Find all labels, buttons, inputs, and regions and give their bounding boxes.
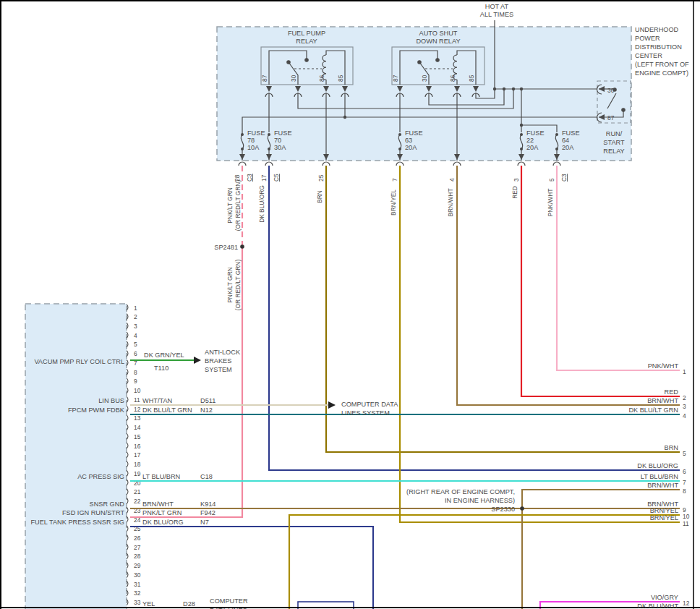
flow-arrow-icon: [194, 357, 201, 364]
edge-wire-number: 12: [683, 600, 690, 607]
fuse-label: 70: [274, 137, 281, 144]
edge-wire-number: 5: [683, 450, 686, 457]
edge-wire-number: 8: [683, 487, 686, 495]
run-start-pin-87: 87: [607, 114, 615, 122]
edge-wire-label: BRN: [665, 444, 678, 451]
circuit-id: N7: [200, 519, 209, 526]
wire-name: BRN: [316, 190, 323, 203]
block-pin-number: 29: [134, 562, 141, 569]
pdc-name: DISTRIBUTION: [635, 43, 682, 51]
edge-wire-number: 7: [683, 479, 686, 486]
wire-color-label: WHT/TAN: [142, 397, 172, 404]
pin-function-label: FSD IGN RUN/STRT: [62, 509, 124, 516]
exit-pin-number: 17: [260, 174, 268, 182]
edge-wire-label: DK BLU/ORG: [637, 462, 678, 469]
block-pin-number: 21: [134, 488, 141, 495]
wiring-diagram-page: 1234567891011121314151617181920212223242…: [0, 0, 700, 609]
run-start-pin-30: 30: [607, 87, 615, 94]
fuse-label: 20A: [526, 144, 539, 151]
fuse-label: FUSE: [247, 129, 265, 137]
run-start-relay-label: RUN/: [606, 130, 623, 137]
relay-pin-number: 30: [421, 74, 428, 82]
block-pin-number: 18: [134, 461, 141, 468]
block-pin-number: 28: [134, 553, 141, 560]
edge-wire-number: 2: [683, 394, 686, 401]
edge-wire-number: 6: [683, 468, 686, 475]
circuit-id: C18: [200, 473, 213, 480]
wire-dk-blu-org-n7: [130, 527, 373, 609]
circuit-id: T110: [154, 365, 168, 372]
pin-function-label: LIN BUS: [98, 397, 124, 404]
hot-at-label: HOT AT: [485, 3, 509, 10]
circuit-id: D511: [200, 397, 215, 404]
wire-color-label: YEL: [142, 600, 155, 608]
connector-id: C5: [273, 174, 280, 182]
block-pin-number: 16: [134, 443, 141, 450]
wire-name: BRN/YEL: [390, 189, 397, 216]
flow-arrow-icon: [328, 401, 336, 409]
hot-at-label: ALL TIMES: [480, 11, 513, 18]
relay-pin-number: 85: [468, 74, 475, 82]
fuse-label: 20A: [562, 144, 574, 151]
wire-name: PNK/LT GRN: [226, 187, 234, 223]
circuit-id: F942: [200, 509, 215, 516]
fuel-pump-relay-label: FUEL PUMP: [288, 30, 325, 37]
wire-name: BRN/WHT: [447, 188, 454, 216]
block-pin-number: 4: [134, 332, 137, 339]
fuse-label: FUSE: [562, 129, 580, 137]
block-pin-number: 32: [134, 589, 141, 597]
wire-brn-yel-row10: [289, 515, 680, 609]
block-pin-number: 12: [134, 406, 141, 413]
edge-wire-label: DK BLU/WHT: [637, 602, 678, 609]
fuse-label: FUSE: [274, 129, 292, 137]
run-start-relay-label: RELAY: [603, 148, 624, 155]
fuse-label: 30A: [274, 144, 286, 151]
wire-name: RED: [511, 186, 518, 199]
fuse-label: 22: [526, 137, 534, 144]
fuse-label: 64: [562, 137, 569, 144]
edge-wire-number: 4: [683, 412, 686, 420]
wiring-diagram: 1234567891011121314151617181920212223242…: [0, 0, 700, 609]
edge-wire-label: BRN/WHT: [647, 482, 678, 489]
wire-name: PNK/LT GRN: [226, 267, 234, 302]
edge-wire-label: PNK/WHT: [648, 362, 679, 370]
splice-sp2481-label: SP2481: [214, 244, 238, 251]
connector-id: C3: [560, 174, 568, 182]
splice-sp2330-dot: [520, 506, 524, 511]
exit-pin-number: 5: [548, 178, 555, 182]
edge-wire-label: VIO/GRY: [651, 594, 678, 601]
splice-sp2330-note: (RIGHT REAR OF ENGINE COMPT,: [406, 488, 515, 495]
wire-color-label: PNK/LT GRN: [142, 509, 182, 516]
exit-pin-number: 7: [391, 178, 398, 182]
block-pin-number: 13: [134, 414, 141, 422]
block-pin-number: 10: [134, 387, 141, 394]
edge-wire-label: LT BLU/BRN: [641, 473, 678, 480]
wire-name: (OR RED/LT GRN): [234, 180, 242, 231]
relay-pin-number: 30: [290, 74, 297, 82]
circuit-id: D28: [183, 600, 195, 608]
dest-label: ANTI-LOCK: [205, 349, 241, 356]
pdc-name: UNDERHOOD: [635, 26, 679, 33]
wire-pnk-wht: [557, 166, 680, 370]
edge-wire-label: BRN/YEL: [650, 507, 678, 514]
wire-dk-blu-org: [269, 166, 680, 470]
block-pin-number: 5: [134, 341, 137, 348]
edge-wire-number: 1: [683, 368, 686, 375]
wire-name: (OR RED/LT GRN): [234, 260, 242, 311]
wire-color-label: DK BLU/LT GRN: [142, 406, 192, 414]
wire-color-label: DK GRN/YEL: [144, 352, 184, 359]
edge-wire-label: BRN/YEL: [650, 514, 678, 521]
pin-function-label: SNSR GND: [90, 501, 125, 508]
splice-sp2481-dot: [240, 244, 244, 249]
pdc-name: POWER: [635, 35, 660, 42]
edge-wire-label: BRN/WHT: [647, 397, 678, 404]
edge-wire-label: DK BLU/LT GRN: [628, 406, 678, 414]
exit-pin-number: 3: [513, 178, 520, 182]
fuse-label: 63: [405, 137, 412, 144]
wire-color-label: DK BLU/ORG: [142, 519, 184, 526]
connector-id: C3: [246, 174, 253, 182]
block-pin-number: 8: [134, 369, 137, 376]
exit-pin-number: 4: [448, 178, 456, 182]
edge-wire-number: 3: [683, 403, 686, 410]
block-pin-number: 17: [134, 451, 141, 459]
